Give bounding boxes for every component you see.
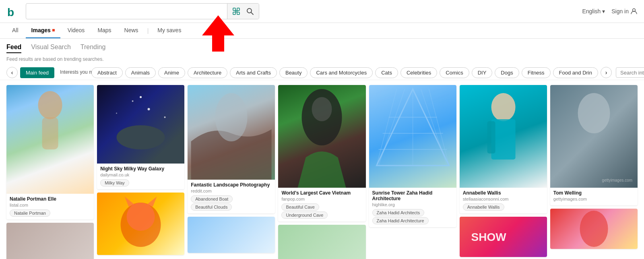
svg-point-24 xyxy=(215,93,248,141)
image-landscape xyxy=(188,85,275,180)
feed-tabs: Feed Visual Search Trending xyxy=(0,39,644,55)
image-man: gettyimages.com xyxy=(550,85,638,188)
image-card-woman-teal[interactable]: Annabelle Wallis stellaasiaconsonni.com … xyxy=(460,85,547,213)
card-source-natalie: listal.com xyxy=(10,203,91,207)
tag-cars[interactable]: Cars and Motorcycles xyxy=(310,67,373,78)
card-source-galaxy: dailymail.co.uk xyxy=(100,172,181,177)
tag-architecture[interactable]: Architecture xyxy=(188,67,227,78)
tag-dogs[interactable]: Dogs xyxy=(495,67,519,78)
tag-celebrities[interactable]: Celebrities xyxy=(400,67,437,78)
image-card-info-landscape: Fantastic Landscape Photography reddit.c… xyxy=(188,180,275,213)
card-tag-landscape-1[interactable]: Abandoned Boat xyxy=(191,195,233,203)
interests-might-button[interactable]: Interests you might like xyxy=(57,68,89,77)
svg-rect-1 xyxy=(233,8,235,10)
language-button[interactable]: English ▾ xyxy=(582,8,605,15)
image-card-info-galaxy: Night Sky Milky Way Galaxy dailymail.co.… xyxy=(97,164,184,189)
image-card-cave[interactable]: World's Largest Cave Vietnam fanpop.com … xyxy=(278,85,365,222)
header-right: English ▾ Sign in xyxy=(582,8,638,15)
card-tag-building-1[interactable]: Zaha Hadid Architects xyxy=(372,209,425,216)
svg-point-17 xyxy=(116,113,117,114)
card-tag-building-2[interactable]: Zaha Hadid Architecture xyxy=(372,217,429,224)
image-card-redhead[interactable] xyxy=(550,209,638,249)
card-title-building: Sunrise Tower Zaha Hadid Architecture xyxy=(372,190,453,201)
image-card-info-natalie: Natalie Portman Elle listal.com Natalie … xyxy=(6,194,94,220)
image-cat xyxy=(97,193,184,255)
card-source-woman-teal: stellaasiaconsonni.com xyxy=(463,197,544,201)
tag-food[interactable]: Food and Drin xyxy=(553,67,598,78)
tag-abstract[interactable]: Abstract xyxy=(91,67,123,78)
image-cave2 xyxy=(278,225,365,259)
search-icon[interactable] xyxy=(244,6,256,17)
tab-news[interactable]: News xyxy=(119,23,144,38)
card-tag-landscape-2[interactable]: Beautiful Clouds xyxy=(191,203,232,211)
tag-diy[interactable]: DIY xyxy=(472,67,493,78)
interest-search-input[interactable] xyxy=(620,70,644,76)
image-card-cat[interactable] xyxy=(97,193,184,255)
image-col-4: World's Largest Cave Vietnam fanpop.com … xyxy=(278,85,365,259)
image-col-5: Sunrise Tower Zaha Hadid Architecture hi… xyxy=(369,85,456,259)
image-card-info-woman-teal: Annabelle Wallis stellaasiaconsonni.com … xyxy=(460,188,547,213)
card-source-building: highlike.org xyxy=(372,202,453,207)
image-card-landscape2[interactable] xyxy=(188,217,275,253)
tag-arts-crafts[interactable]: Arts and Crafts xyxy=(230,67,277,78)
interest-search-box[interactable]: → xyxy=(616,67,644,78)
card-tag-galaxy-1[interactable]: Milky Way xyxy=(100,179,129,186)
card-source-man: gettyimages.com xyxy=(553,197,634,201)
image-card-cave2[interactable] xyxy=(278,225,365,259)
tab-images[interactable]: Images xyxy=(26,23,60,38)
svg-point-14 xyxy=(148,108,150,110)
image-card-show[interactable]: SHOW xyxy=(460,217,547,257)
image-natalie xyxy=(6,85,94,194)
search-bar xyxy=(26,3,259,19)
card-source-cave: fanpop.com xyxy=(281,197,362,201)
svg-point-5 xyxy=(235,10,237,12)
feed-tab-visual[interactable]: Visual Search xyxy=(31,44,70,53)
svg-line-7 xyxy=(251,12,253,15)
card-tag-cave-2[interactable]: Underground Cave xyxy=(281,211,328,219)
sign-in-button[interactable]: Sign in xyxy=(611,8,638,15)
card-tag-woman-teal-1[interactable]: Annabelle Wallis xyxy=(463,203,504,211)
tab-videos[interactable]: Videos xyxy=(62,23,91,38)
tag-cats[interactable]: Cats xyxy=(375,67,398,78)
visual-search-icon[interactable] xyxy=(231,6,242,17)
card-tag-natalie-1[interactable]: Natalie Portman xyxy=(10,209,50,217)
header: b xyxy=(0,0,644,23)
image-col-6: Annabelle Wallis stellaasiaconsonni.com … xyxy=(460,85,547,259)
image-card-galaxy[interactable]: Night Sky Milky Way Galaxy dailymail.co.… xyxy=(97,85,184,189)
svg-line-34 xyxy=(421,89,447,166)
image-card-info-building: Sunrise Tower Zaha Hadid Architecture hi… xyxy=(369,188,456,227)
tag-beauty[interactable]: Beauty xyxy=(279,67,308,78)
tab-mysaves[interactable]: My saves xyxy=(152,23,187,38)
image-card-building[interactable]: Sunrise Tower Zaha Hadid Architecture hi… xyxy=(369,85,456,227)
image-card-natalie[interactable]: Natalie Portman Elle listal.com Natalie … xyxy=(6,85,94,220)
tag-anime[interactable]: Anime xyxy=(158,67,185,78)
feed-subtitle: Feed results are based on trending searc… xyxy=(0,55,644,65)
tag-fitness[interactable]: Fitness xyxy=(522,67,551,78)
image-card-landscape[interactable]: Fantastic Landscape Photography reddit.c… xyxy=(188,85,275,213)
nav-divider: | xyxy=(146,27,151,34)
main-feed-button[interactable]: Main feed xyxy=(20,67,54,78)
image-card-room[interactable] xyxy=(6,223,94,259)
svg-point-36 xyxy=(491,93,515,121)
card-title-woman-teal: Annabelle Wallis xyxy=(463,190,544,196)
nav-tabs: All Images Videos Maps News | My saves xyxy=(0,23,644,39)
card-tag-cave-1[interactable]: Beautiful Cave xyxy=(281,203,319,211)
interest-next-button[interactable]: › xyxy=(601,67,612,78)
image-show: SHOW xyxy=(460,217,547,257)
svg-point-21 xyxy=(127,203,155,231)
image-card-man[interactable]: gettyimages.com Tom Welling gettyimages.… xyxy=(550,85,638,205)
image-building xyxy=(369,85,456,188)
tab-all[interactable]: All xyxy=(6,23,24,38)
feed-tab-trending[interactable]: Trending xyxy=(80,44,106,53)
tag-comics[interactable]: Comics xyxy=(440,67,469,78)
card-source-landscape: reddit.com xyxy=(191,189,272,193)
svg-rect-2 xyxy=(237,8,239,10)
image-woman-teal xyxy=(460,85,547,188)
tab-maps[interactable]: Maps xyxy=(92,23,117,38)
feed-tab-feed[interactable]: Feed xyxy=(6,44,21,53)
svg-marker-22 xyxy=(125,197,135,207)
search-input[interactable] xyxy=(26,4,227,18)
tag-animals[interactable]: Animals xyxy=(125,67,156,78)
svg-marker-23 xyxy=(147,197,157,207)
interest-prev-button[interactable]: ‹ xyxy=(6,67,18,78)
